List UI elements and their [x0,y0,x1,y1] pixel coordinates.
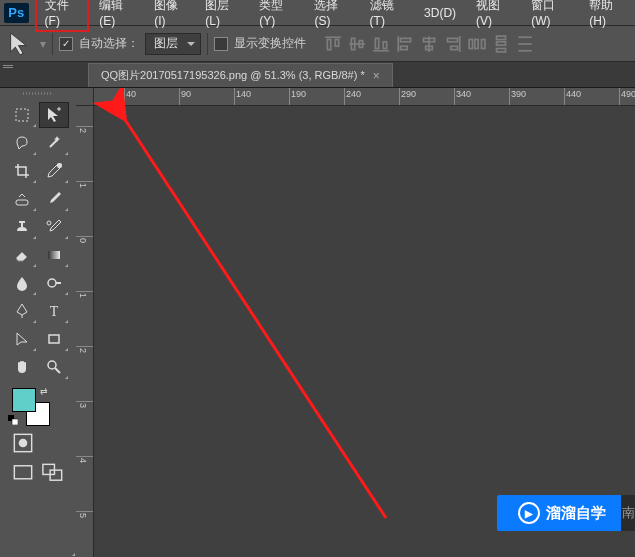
watermark-tail: 南 [621,495,635,531]
watermark-text: 溜溜自学 [546,504,606,523]
svg-rect-11 [401,46,408,49]
menu-file[interactable]: 文件(F) [35,0,90,32]
divider [207,33,208,55]
healing-brush-tool[interactable] [7,186,37,212]
align-vcenter-icon[interactable] [348,35,366,53]
lasso-tool[interactable] [7,130,37,156]
align-right-icon[interactable] [444,35,462,53]
app-logo: Ps [4,3,29,23]
menu-image[interactable]: 图像(I) [144,0,195,32]
svg-rect-28 [57,163,62,168]
vertical-ruler[interactable]: 21012345 [76,106,94,557]
svg-rect-29 [16,200,28,205]
align-bottom-icon[interactable] [372,35,390,53]
svg-rect-7 [375,38,378,48]
magic-wand-tool[interactable] [39,130,69,156]
gradient-tool[interactable] [39,242,69,268]
scope-dropdown[interactable]: 图层 [145,33,201,55]
collapsed-panel-grip[interactable] [0,62,16,70]
canvas[interactable] [94,106,635,557]
panel-grip[interactable] [0,88,76,98]
svg-line-40 [55,368,60,373]
svg-text:T: T [50,304,59,319]
menu-select[interactable]: 选择(S) [304,0,359,32]
tools-panel: T ⇄ [0,88,76,557]
color-swatches: ⇄ [0,384,76,428]
foreground-color-swatch[interactable] [12,388,36,412]
svg-rect-8 [383,41,386,48]
menu-edit[interactable]: 编辑(E) [89,0,144,32]
swap-colors-icon[interactable]: ⇄ [40,386,48,396]
close-icon[interactable]: × [373,69,380,83]
document-tab-strip: QQ图片20170517195326.png @ 51.3% (3, RGB/8… [0,62,635,88]
svg-rect-18 [469,39,472,48]
svg-rect-47 [50,470,62,480]
screen-mode-dropdown[interactable] [40,462,66,484]
svg-rect-2 [335,39,338,46]
current-tool-icon[interactable] [6,32,34,56]
hand-tool[interactable] [7,354,37,380]
crop-tool[interactable] [7,158,37,184]
play-icon: ▶ [518,502,540,524]
history-brush-tool[interactable] [39,214,69,240]
svg-rect-22 [497,41,506,44]
show-transform-label: 显示变换控件 [234,35,306,52]
menu-help[interactable]: 帮助(H) [579,0,635,32]
type-tool[interactable]: T [39,298,69,324]
quickmask-toggle[interactable] [10,432,36,454]
svg-rect-21 [497,36,506,39]
brush-tool[interactable] [39,186,69,212]
pen-tool[interactable] [7,298,37,324]
canvas-area: 4090140190240290340390440490 21012345 [76,88,635,557]
align-top-icon[interactable] [324,35,342,53]
auto-select-checkbox[interactable] [59,37,73,51]
zoom-tool[interactable] [39,354,69,380]
svg-rect-17 [451,46,458,49]
svg-rect-16 [447,38,457,41]
horizontal-ruler[interactable]: 4090140190240290340390440490 [94,88,635,106]
svg-rect-10 [401,38,411,41]
menu-layer[interactable]: 图层(L) [195,0,249,32]
svg-rect-38 [49,335,59,343]
svg-point-44 [19,439,28,448]
screen-mode-toggle[interactable] [10,462,36,484]
distribute-v-icon[interactable] [492,35,510,53]
default-colors-icon[interactable] [8,414,18,424]
svg-rect-45 [14,466,31,479]
svg-point-39 [48,361,56,369]
menu-view[interactable]: 视图(V) [466,0,521,32]
path-selection-tool[interactable] [7,326,37,352]
eraser-tool[interactable] [7,242,37,268]
svg-point-32 [47,221,51,225]
shape-tool[interactable] [39,326,69,352]
svg-point-34 [48,279,56,287]
ruler-origin[interactable] [76,88,94,106]
auto-select-label: 自动选择： [79,35,139,52]
menu-type[interactable]: 类型(Y) [249,0,304,32]
svg-rect-31 [19,221,25,223]
marquee-tool[interactable] [7,102,37,128]
divider [52,33,53,55]
blur-tool[interactable] [7,270,37,296]
align-left-icon[interactable] [396,35,414,53]
eyedropper-tool[interactable] [39,158,69,184]
distribute-3-icon[interactable] [516,35,534,53]
move-tool[interactable] [39,102,69,128]
document-tab[interactable]: QQ图片20170517195326.png @ 51.3% (3, RGB/8… [88,63,393,87]
svg-rect-1 [327,39,330,49]
menu-window[interactable]: 窗口(W) [521,0,579,32]
dodge-tool[interactable] [39,270,69,296]
align-hcenter-icon[interactable] [420,35,438,53]
menu-bar: Ps 文件(F) 编辑(E) 图像(I) 图层(L) 类型(Y) 选择(S) 滤… [0,0,635,26]
watermark-badge: ▶ 溜溜自学 [497,495,627,531]
workspace: T ⇄ 4090140190240290340390440490 2101234… [0,88,635,557]
svg-rect-27 [16,109,28,121]
svg-rect-33 [48,251,60,259]
clone-stamp-tool[interactable] [7,214,37,240]
svg-rect-19 [475,39,478,48]
align-group [324,35,534,53]
show-transform-checkbox[interactable] [214,37,228,51]
distribute-h-icon[interactable] [468,35,486,53]
menu-filter[interactable]: 滤镜(T) [360,0,415,32]
menu-3d[interactable]: 3D(D) [414,2,466,24]
